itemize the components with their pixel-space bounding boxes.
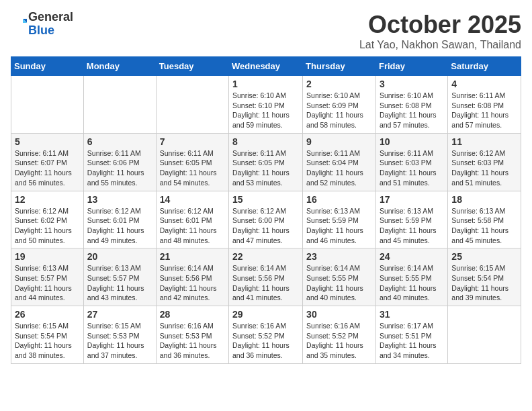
calendar-cell: 25Sunrise: 6:15 AM Sunset: 5:54 PM Dayli… (448, 248, 521, 306)
day-number: 17 (380, 194, 444, 205)
day-number: 27 (87, 309, 152, 320)
day-info: Sunrise: 6:12 AM Sunset: 6:00 PM Dayligh… (232, 206, 299, 246)
logo: General Blue (11, 11, 73, 38)
day-info: Sunrise: 6:16 AM Sunset: 5:52 PM Dayligh… (232, 321, 299, 361)
day-info: Sunrise: 6:13 AM Sunset: 5:59 PM Dayligh… (306, 206, 372, 246)
day-number: 12 (15, 194, 80, 205)
day-info: Sunrise: 6:11 AM Sunset: 6:04 PM Dayligh… (306, 148, 372, 188)
day-number: 21 (160, 251, 225, 262)
day-number: 3 (380, 79, 444, 89)
logo-general-text: General (28, 11, 73, 24)
calendar-cell: 30Sunrise: 6:16 AM Sunset: 5:52 PM Dayli… (303, 306, 376, 364)
weekday-header-row: SundayMondayTuesdayWednesdayThursdayFrid… (11, 57, 521, 76)
day-info: Sunrise: 6:14 AM Sunset: 5:56 PM Dayligh… (232, 263, 299, 303)
weekday-header-tuesday: Tuesday (156, 57, 228, 76)
week-row-2: 12Sunrise: 6:12 AM Sunset: 6:02 PM Dayli… (11, 191, 521, 248)
day-info: Sunrise: 6:12 AM Sunset: 6:01 PM Dayligh… (87, 206, 152, 246)
day-info: Sunrise: 6:14 AM Sunset: 5:55 PM Dayligh… (306, 263, 372, 303)
day-info: Sunrise: 6:14 AM Sunset: 5:56 PM Dayligh… (160, 263, 225, 303)
day-number: 31 (380, 309, 444, 320)
calendar-cell: 7Sunrise: 6:11 AM Sunset: 6:05 PM Daylig… (156, 133, 228, 191)
day-number: 28 (160, 309, 225, 320)
calendar-cell: 26Sunrise: 6:15 AM Sunset: 5:54 PM Dayli… (11, 306, 84, 364)
day-number: 14 (160, 194, 225, 205)
day-info: Sunrise: 6:11 AM Sunset: 6:07 PM Dayligh… (15, 148, 80, 188)
day-number: 20 (87, 251, 152, 262)
day-number: 25 (451, 251, 517, 262)
day-info: Sunrise: 6:16 AM Sunset: 5:52 PM Dayligh… (306, 321, 372, 361)
day-info: Sunrise: 6:13 AM Sunset: 5:58 PM Dayligh… (451, 206, 517, 246)
calendar-cell: 18Sunrise: 6:13 AM Sunset: 5:58 PM Dayli… (448, 191, 521, 248)
weekday-header-friday: Friday (375, 57, 447, 76)
weekday-header-thursday: Thursday (303, 57, 376, 76)
day-number: 15 (232, 194, 299, 205)
title-section: October 2025 Lat Yao, Nakhon Sawan, Thai… (359, 11, 521, 51)
day-info: Sunrise: 6:10 AM Sunset: 6:08 PM Dayligh… (380, 91, 444, 130)
calendar-cell: 6Sunrise: 6:11 AM Sunset: 6:06 PM Daylig… (83, 133, 156, 191)
day-number: 23 (306, 251, 372, 262)
calendar-cell: 2Sunrise: 6:10 AM Sunset: 6:09 PM Daylig… (303, 76, 376, 134)
day-number: 24 (380, 251, 444, 262)
week-row-0: 1Sunrise: 6:10 AM Sunset: 6:10 PM Daylig… (11, 76, 521, 134)
day-info: Sunrise: 6:15 AM Sunset: 5:54 PM Dayligh… (15, 321, 80, 361)
calendar-cell: 31Sunrise: 6:17 AM Sunset: 5:51 PM Dayli… (375, 306, 447, 364)
day-number: 6 (87, 136, 152, 147)
calendar-table: SundayMondayTuesdayWednesdayThursdayFrid… (11, 56, 521, 364)
day-number: 1 (232, 79, 299, 89)
week-row-1: 5Sunrise: 6:11 AM Sunset: 6:07 PM Daylig… (11, 133, 521, 191)
calendar-cell: 29Sunrise: 6:16 AM Sunset: 5:52 PM Dayli… (229, 306, 303, 364)
logo-text: General Blue (28, 11, 73, 38)
day-number: 29 (232, 309, 299, 320)
calendar-cell (156, 76, 228, 134)
calendar-cell: 3Sunrise: 6:10 AM Sunset: 6:08 PM Daylig… (375, 76, 447, 134)
day-info: Sunrise: 6:14 AM Sunset: 5:55 PM Dayligh… (380, 263, 444, 303)
day-number: 7 (160, 136, 225, 147)
weekday-header-sunday: Sunday (11, 57, 84, 76)
day-info: Sunrise: 6:11 AM Sunset: 6:05 PM Dayligh… (232, 148, 299, 188)
calendar-cell: 22Sunrise: 6:14 AM Sunset: 5:56 PM Dayli… (229, 248, 303, 306)
day-number: 2 (306, 79, 372, 89)
day-info: Sunrise: 6:13 AM Sunset: 5:57 PM Dayligh… (87, 263, 152, 303)
calendar-cell: 11Sunrise: 6:12 AM Sunset: 6:03 PM Dayli… (448, 133, 521, 191)
day-info: Sunrise: 6:11 AM Sunset: 6:06 PM Dayligh… (87, 148, 152, 188)
day-number: 5 (15, 136, 80, 147)
calendar-cell: 5Sunrise: 6:11 AM Sunset: 6:07 PM Daylig… (11, 133, 84, 191)
calendar-cell: 17Sunrise: 6:13 AM Sunset: 5:59 PM Dayli… (375, 191, 447, 248)
day-info: Sunrise: 6:12 AM Sunset: 6:01 PM Dayligh… (160, 206, 225, 246)
calendar-cell: 21Sunrise: 6:14 AM Sunset: 5:56 PM Dayli… (156, 248, 228, 306)
day-info: Sunrise: 6:13 AM Sunset: 5:57 PM Dayligh… (15, 263, 80, 303)
calendar-cell: 10Sunrise: 6:11 AM Sunset: 6:03 PM Dayli… (375, 133, 447, 191)
logo-blue-text: Blue (28, 24, 73, 38)
day-number: 30 (306, 309, 372, 320)
calendar-cell: 1Sunrise: 6:10 AM Sunset: 6:10 PM Daylig… (229, 76, 303, 134)
day-info: Sunrise: 6:11 AM Sunset: 6:03 PM Dayligh… (380, 148, 444, 188)
weekday-header-saturday: Saturday (448, 57, 521, 76)
calendar-cell: 15Sunrise: 6:12 AM Sunset: 6:00 PM Dayli… (229, 191, 303, 248)
calendar-cell: 28Sunrise: 6:16 AM Sunset: 5:53 PM Dayli… (156, 306, 228, 364)
day-number: 13 (87, 194, 152, 205)
calendar-cell: 23Sunrise: 6:14 AM Sunset: 5:55 PM Dayli… (303, 248, 376, 306)
calendar-cell: 24Sunrise: 6:14 AM Sunset: 5:55 PM Dayli… (375, 248, 447, 306)
logo-icon (11, 16, 27, 32)
calendar-cell: 13Sunrise: 6:12 AM Sunset: 6:01 PM Dayli… (83, 191, 156, 248)
calendar-cell (83, 76, 156, 134)
day-number: 18 (451, 194, 517, 205)
location-title: Lat Yao, Nakhon Sawan, Thailand (359, 39, 521, 51)
day-number: 22 (232, 251, 299, 262)
month-title: October 2025 (359, 11, 521, 39)
day-info: Sunrise: 6:17 AM Sunset: 5:51 PM Dayligh… (380, 321, 444, 361)
weekday-header-wednesday: Wednesday (229, 57, 303, 76)
calendar-cell: 12Sunrise: 6:12 AM Sunset: 6:02 PM Dayli… (11, 191, 84, 248)
day-number: 8 (232, 136, 299, 147)
day-info: Sunrise: 6:12 AM Sunset: 6:03 PM Dayligh… (451, 148, 517, 188)
day-number: 4 (451, 79, 517, 89)
calendar-cell: 14Sunrise: 6:12 AM Sunset: 6:01 PM Dayli… (156, 191, 228, 248)
week-row-3: 19Sunrise: 6:13 AM Sunset: 5:57 PM Dayli… (11, 248, 521, 306)
weekday-header-monday: Monday (83, 57, 156, 76)
calendar-cell: 8Sunrise: 6:11 AM Sunset: 6:05 PM Daylig… (229, 133, 303, 191)
day-number: 19 (15, 251, 80, 262)
calendar-cell (448, 306, 521, 364)
day-number: 11 (451, 136, 517, 147)
calendar-cell: 27Sunrise: 6:15 AM Sunset: 5:53 PM Dayli… (83, 306, 156, 364)
calendar-cell: 16Sunrise: 6:13 AM Sunset: 5:59 PM Dayli… (303, 191, 376, 248)
